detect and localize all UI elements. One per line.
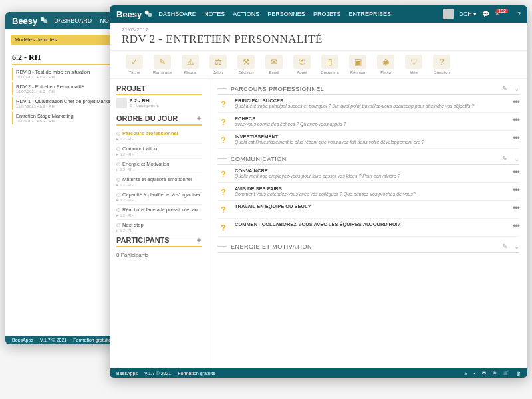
tool-risque[interactable]: ⚠Risque bbox=[178, 55, 203, 74]
more-icon[interactable]: ••• bbox=[513, 98, 519, 107]
footer-trash-icon[interactable]: 🗑 bbox=[516, 371, 521, 376]
avatar[interactable] bbox=[443, 9, 454, 19]
footer-trial[interactable]: Formation gratuite bbox=[178, 371, 215, 376]
nav-actions[interactable]: ACTIONS bbox=[233, 11, 259, 17]
add-participant-icon[interactable]: ＋ bbox=[196, 235, 202, 245]
edit-icon[interactable]: ✎ bbox=[502, 243, 507, 250]
section-header: ENERGIE ET MOTIVATION✎⌄ bbox=[217, 241, 519, 253]
agenda-item[interactable]: Maturité et équilibre émotionnel▸ 6.2 - … bbox=[116, 174, 202, 190]
question-row[interactable]: ?CONVAINCREQuelle méthode employez-vous … bbox=[217, 165, 519, 183]
section-header: COMMUNICATION✎⌄ bbox=[217, 153, 519, 165]
notification-badge: 192 bbox=[496, 9, 508, 13]
agenda-item[interactable]: Réactions face à la pression et au▸ 6.2 … bbox=[116, 205, 202, 220]
remarque-icon: ✎ bbox=[154, 55, 171, 69]
réunion-icon: ▣ bbox=[349, 55, 366, 69]
question-icon: ? bbox=[217, 168, 229, 180]
question-row[interactable]: ?PRINCIPAL SUCCESQuel a été votre princi… bbox=[217, 95, 519, 113]
tool-appel[interactable]: ✆Appel bbox=[289, 55, 315, 74]
tool-tâche[interactable]: ✓Tâche bbox=[122, 55, 147, 74]
chevron-down-icon[interactable]: ⌄ bbox=[514, 243, 519, 250]
logo-icon bbox=[39, 16, 49, 25]
question-icon: ? bbox=[217, 203, 229, 215]
ordre-heading: ORDRE DU JOUR＋ bbox=[116, 114, 202, 126]
tool-idée[interactable]: ♡Idée bbox=[401, 55, 426, 74]
nav-notes[interactable]: NOTES bbox=[204, 11, 225, 17]
footer-home-icon[interactable]: ⌂ bbox=[464, 371, 467, 376]
question-row[interactable]: ?TRAVAIL EN EQUIPE ou SEUL?••• bbox=[217, 201, 519, 219]
tool-réunion[interactable]: ▣Réunion bbox=[345, 55, 370, 74]
topbar: Beesy DASHBOARD NOTES ACTIONS PERSONNES … bbox=[110, 5, 527, 23]
tâche-icon: ✓ bbox=[126, 55, 143, 69]
participants-count: 0 Participants bbox=[116, 250, 202, 260]
svg-point-3 bbox=[148, 13, 152, 17]
main-nav: DASHBOARD NOTES ACTIONS PERSONNES PROJET… bbox=[158, 11, 391, 17]
project-icon bbox=[116, 98, 127, 108]
help-icon[interactable]: ? bbox=[517, 11, 521, 17]
nav-dashboard[interactable]: DASHBOARD bbox=[54, 17, 92, 24]
logo-icon bbox=[144, 9, 153, 19]
more-icon[interactable]: ••• bbox=[513, 116, 519, 125]
question-row[interactable]: ?INVESTISSEMENTQuels est l'investissemen… bbox=[217, 131, 519, 149]
tool-photo[interactable]: ◉Photo bbox=[373, 55, 398, 74]
footer-cart-icon[interactable]: 🛒 bbox=[503, 370, 509, 376]
footer-save-icon[interactable]: ▪ bbox=[474, 371, 475, 376]
agenda-item[interactable]: Parcours professionnel▸ 6.2 - RH bbox=[116, 128, 202, 144]
note-date: 21/03/2017 bbox=[122, 27, 515, 33]
main-window: Beesy DASHBOARD NOTES ACTIONS PERSONNES … bbox=[110, 5, 527, 378]
project-item[interactable]: 6.2 - RH6 - Management bbox=[116, 98, 202, 108]
svg-point-1 bbox=[44, 19, 48, 23]
action-toolbar: ✓Tâche✎Remarque⚠Risque⚖Jalon⚒Décision✉Em… bbox=[110, 51, 527, 79]
footer-version: V.1.7 © 2021 bbox=[40, 338, 66, 342]
mail-icon[interactable]: ✉192 bbox=[495, 11, 512, 17]
idée-icon: ♡ bbox=[405, 55, 422, 69]
edit-icon[interactable]: ✎ bbox=[502, 155, 507, 162]
footer-mail-icon[interactable]: ✉ bbox=[482, 370, 486, 376]
more-icon[interactable]: ••• bbox=[513, 134, 519, 143]
more-icon[interactable]: ••• bbox=[513, 186, 519, 195]
question-row[interactable]: ?ECHECSavez-vous connu des échecs ? Qu'a… bbox=[217, 113, 519, 131]
question-row[interactable]: ?Comment COLLABOREZ-vous avec les équipe… bbox=[217, 219, 519, 237]
agenda-item[interactable]: Capacité à planifier et à s'organiser▸ 6… bbox=[116, 190, 202, 205]
agenda-item[interactable]: Next step▸ 6.2 - RH bbox=[116, 220, 202, 235]
note-header: 21/03/2017 RDV 2 - ENTRETIEN PERSONNALIT… bbox=[110, 23, 527, 51]
tool-décision[interactable]: ⚒Décision bbox=[233, 55, 259, 74]
section: ENERGIE ET MOTIVATION✎⌄ bbox=[217, 241, 519, 253]
nav-dashboard[interactable]: DASHBOARD bbox=[158, 11, 196, 17]
chevron-down-icon[interactable]: ⌄ bbox=[514, 85, 519, 92]
nav-projets[interactable]: PROJETS bbox=[313, 11, 341, 17]
footer-version: V.1.7 © 2021 bbox=[144, 371, 171, 376]
question-icon: ? bbox=[217, 186, 229, 198]
page-title: RDV 2 - ENTRETIEN PERSONNALITÉ bbox=[122, 33, 515, 46]
chevron-down-icon[interactable]: ⌄ bbox=[514, 155, 519, 162]
tool-remarque[interactable]: ✎Remarque bbox=[150, 55, 175, 74]
add-agenda-icon[interactable]: ＋ bbox=[196, 114, 202, 123]
footer-trial[interactable]: Formation gratuite bbox=[73, 338, 111, 342]
edit-icon[interactable]: ✎ bbox=[502, 85, 507, 92]
svg-point-0 bbox=[41, 17, 45, 21]
question-icon: ? bbox=[217, 221, 229, 233]
logo[interactable]: Beesy bbox=[116, 9, 153, 19]
tool-question[interactable]: ?Question bbox=[429, 55, 454, 74]
more-icon[interactable]: ••• bbox=[513, 168, 519, 177]
tool-jalon[interactable]: ⚖Jalon bbox=[205, 55, 231, 74]
more-icon[interactable]: ••• bbox=[513, 221, 519, 231]
main-content: PARCOURS PROFESSIONNEL✎⌄?PRINCIPAL SUCCE… bbox=[209, 79, 527, 368]
tool-email[interactable]: ✉Email bbox=[261, 55, 287, 74]
agenda-item[interactable]: Energie et Motivation▸ 6.2 - RH bbox=[116, 159, 202, 174]
footer-close-icon[interactable]: ⊗ bbox=[493, 370, 497, 376]
tool-document[interactable]: ▯Document bbox=[317, 55, 342, 74]
question-icon: ? bbox=[217, 98, 229, 110]
logo[interactable]: Beesy bbox=[12, 16, 49, 26]
footer: BeesApps V.1.7 © 2021 Formation gratuite… bbox=[110, 368, 527, 378]
nav-entreprises[interactable]: ENTREPRISES bbox=[348, 11, 391, 17]
question-row[interactable]: ?AVIS DE SES PAIRSComment vous entendez-… bbox=[217, 183, 519, 201]
chat-icon[interactable]: 💬 bbox=[482, 11, 489, 17]
user-area: DCH ▾ 💬 ✉192 ? bbox=[443, 9, 521, 19]
user-name[interactable]: DCH ▾ bbox=[459, 11, 477, 17]
risque-icon: ⚠ bbox=[182, 55, 199, 69]
nav-personnes[interactable]: PERSONNES bbox=[267, 11, 305, 17]
section: PARCOURS PROFESSIONNEL✎⌄?PRINCIPAL SUCCE… bbox=[217, 83, 519, 149]
agenda-item[interactable]: Communication▸ 6.2 - RH bbox=[116, 144, 202, 159]
décision-icon: ⚒ bbox=[237, 55, 255, 69]
more-icon[interactable]: ••• bbox=[513, 203, 519, 213]
